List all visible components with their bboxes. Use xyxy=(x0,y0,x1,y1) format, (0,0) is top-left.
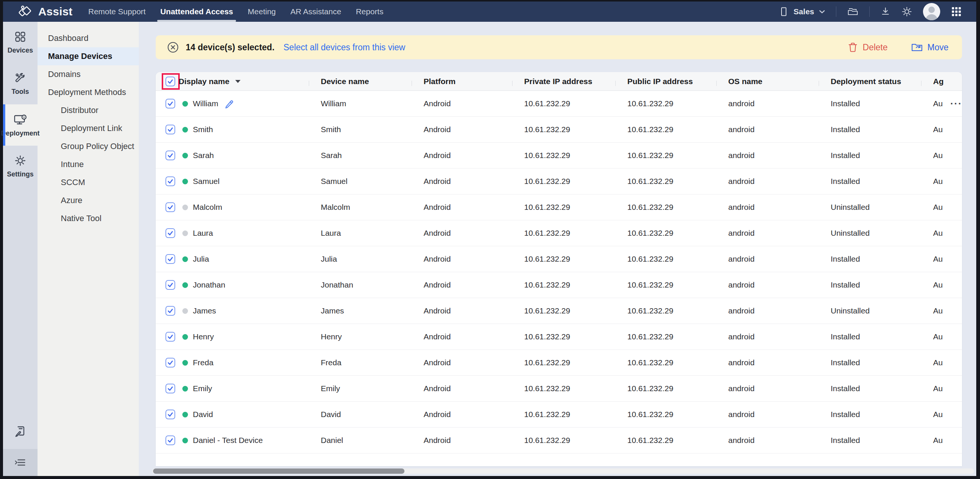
tab-remote-support[interactable]: Remote Support xyxy=(88,2,146,22)
os-name: android xyxy=(716,99,819,108)
table-row[interactable]: SmithSmithAndroid10.61.232.2910.61.232.2… xyxy=(156,117,962,143)
private-ip: 10.61.232.29 xyxy=(512,228,615,238)
delete-button[interactable]: Delete xyxy=(848,42,887,53)
table-row[interactable]: MalcolmMalcolmAndroid10.61.232.2910.61.2… xyxy=(156,195,962,220)
status-dot-online xyxy=(182,282,188,288)
row-checkbox[interactable] xyxy=(165,384,175,393)
tab-meeting[interactable]: Meeting xyxy=(248,2,276,22)
row-checkbox[interactable] xyxy=(165,358,175,367)
public-ip: 10.61.232.29 xyxy=(615,125,716,134)
settings-gear-icon[interactable] xyxy=(901,6,912,17)
sidebar-item-dashboard[interactable]: Dashboard xyxy=(38,29,139,47)
row-checkbox[interactable] xyxy=(165,228,175,238)
sort-caret-icon[interactable] xyxy=(235,80,240,83)
collapse-panel-icon[interactable] xyxy=(3,449,38,476)
row-checkbox[interactable] xyxy=(165,436,175,445)
row-checkbox[interactable] xyxy=(165,202,175,212)
table-row[interactable]: EmilyEmilyAndroid10.61.232.2910.61.232.2… xyxy=(156,376,962,402)
status-dot-online xyxy=(182,179,188,184)
row-checkbox[interactable] xyxy=(165,280,175,290)
device-name: Jonathan xyxy=(309,280,412,289)
edit-name-pencil-icon[interactable] xyxy=(224,99,234,109)
table-row[interactable]: JuliaJuliaAndroid10.61.232.2910.61.232.2… xyxy=(156,246,962,272)
device-name: Smith xyxy=(309,125,412,134)
apps-grid-icon[interactable] xyxy=(951,6,962,17)
row-more-actions-icon[interactable]: ··· xyxy=(950,99,962,109)
os-name: android xyxy=(716,151,819,160)
sidebar-item-group-policy-object[interactable]: Group Policy Object xyxy=(38,137,139,155)
table-row[interactable]: FredaFredaAndroid10.61.232.2910.61.232.2… xyxy=(156,350,962,376)
column-header-os-name: OS name xyxy=(716,77,819,86)
agent-value: Au xyxy=(933,99,943,108)
display-name: William xyxy=(193,99,218,108)
portal-selector[interactable]: Sales xyxy=(778,6,826,17)
folders-icon[interactable] xyxy=(847,6,859,17)
session-notes-icon[interactable] xyxy=(3,413,38,449)
sidebar-item-deployment-methods[interactable]: Deployment Methods xyxy=(38,83,139,101)
sidebar-item-manage-devices[interactable]: Manage Devices xyxy=(38,47,139,65)
row-checkbox[interactable] xyxy=(165,254,175,264)
sidebar-item-azure[interactable]: Azure xyxy=(38,192,139,209)
display-name: Daniel - Test Device xyxy=(193,436,262,445)
deployment-status: Installed xyxy=(819,410,921,419)
module-rail: DevicesToolsDeploymentSettings xyxy=(3,22,38,476)
agent-value: Au xyxy=(933,332,943,341)
rail-item-deployment[interactable]: Deployment xyxy=(3,104,38,146)
private-ip: 10.61.232.29 xyxy=(512,332,615,341)
status-dot-online xyxy=(182,412,188,417)
rail-item-devices[interactable]: Devices xyxy=(3,22,38,63)
sidebar-item-deployment-link[interactable]: Deployment Link xyxy=(38,120,139,137)
public-ip: 10.61.232.29 xyxy=(615,410,716,419)
public-ip: 10.61.232.29 xyxy=(615,384,716,393)
table-row[interactable]: SarahSarahAndroid10.61.232.2910.61.232.2… xyxy=(156,143,962,169)
table-row[interactable]: JamesJamesAndroid10.61.232.2910.61.232.2… xyxy=(156,298,962,324)
os-name: android xyxy=(716,306,819,315)
column-header-display-name[interactable]: Display name xyxy=(174,77,309,86)
row-checkbox[interactable] xyxy=(165,125,175,134)
tab-reports[interactable]: Reports xyxy=(356,2,383,22)
settings-gear-icon xyxy=(14,154,27,167)
public-ip: 10.61.232.29 xyxy=(615,151,716,160)
platform: Android xyxy=(412,254,512,263)
deployment-status: Uninstalled xyxy=(819,228,921,238)
sidebar-item-native-tool[interactable]: Native Tool xyxy=(38,209,139,227)
table-row[interactable]: Daniel - Test DeviceDanielAndroid10.61.2… xyxy=(156,428,962,453)
sidebar-item-distributor[interactable]: Distributor xyxy=(38,101,139,120)
tab-unattended-access[interactable]: Unattended Access xyxy=(160,2,233,22)
table-row[interactable]: SamuelSamuelAndroid10.61.232.2910.61.232… xyxy=(156,169,962,195)
sidebar-item-sccm[interactable]: SCCM xyxy=(38,173,139,192)
table-header-row: Display name Device name Platform Privat… xyxy=(156,72,962,91)
table-row[interactable]: JonathanJonathanAndroid10.61.232.2910.61… xyxy=(156,272,962,298)
scrollbar-thumb[interactable] xyxy=(153,468,404,474)
table-row[interactable]: HenryHenryAndroid10.61.232.2910.61.232.2… xyxy=(156,324,962,350)
os-name: android xyxy=(716,280,819,289)
table-row[interactable]: DavidDavidAndroid10.61.232.2910.61.232.2… xyxy=(156,402,962,428)
os-name: android xyxy=(716,332,819,341)
public-ip: 10.61.232.29 xyxy=(615,203,716,212)
deployment-status: Installed xyxy=(819,177,921,186)
row-checkbox[interactable] xyxy=(165,306,175,316)
table-row[interactable]: WilliamWilliamAndroid10.61.232.2910.61.2… xyxy=(156,91,962,117)
brand[interactable]: Assist xyxy=(18,4,72,19)
row-checkbox[interactable] xyxy=(165,99,175,109)
table-row[interactable]: LauraLauraAndroid10.61.232.2910.61.232.2… xyxy=(156,220,962,246)
scrollbar-track[interactable] xyxy=(152,468,974,474)
tab-ar-assistance[interactable]: AR Assistance xyxy=(290,2,341,22)
divider xyxy=(869,6,870,17)
status-dot-online xyxy=(182,438,188,443)
sidebar-item-domains[interactable]: Domains xyxy=(38,65,139,83)
download-icon[interactable] xyxy=(880,6,891,17)
circle-x-icon[interactable] xyxy=(167,41,179,53)
move-button[interactable]: Move xyxy=(911,42,948,53)
device-name: Daniel xyxy=(309,436,412,445)
rail-item-label: Deployment xyxy=(1,129,40,137)
rail-item-tools[interactable]: Tools xyxy=(3,63,38,104)
select-all-link[interactable]: Select all devices from this view xyxy=(284,42,406,53)
sidebar-item-intune[interactable]: Intune xyxy=(38,155,139,173)
user-avatar[interactable] xyxy=(923,3,940,20)
row-checkbox[interactable] xyxy=(165,176,175,186)
rail-item-settings[interactable]: Settings xyxy=(3,146,38,187)
row-checkbox[interactable] xyxy=(165,332,175,342)
row-checkbox[interactable] xyxy=(165,150,175,160)
row-checkbox[interactable] xyxy=(165,410,175,419)
